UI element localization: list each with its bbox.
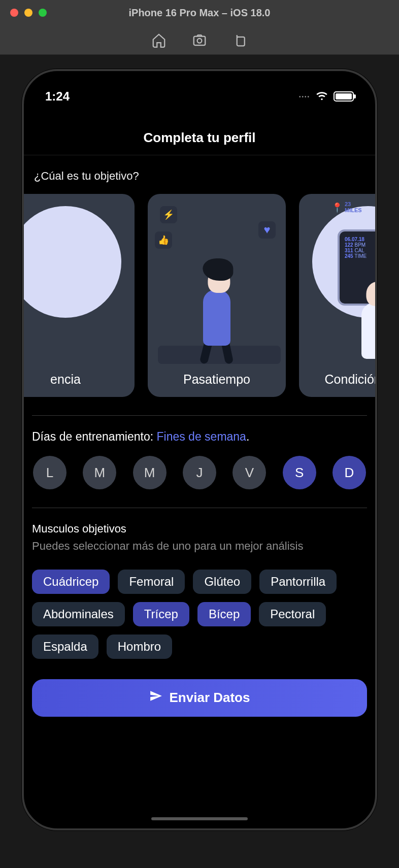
muscle-chip[interactable]: Cuádricep [32, 570, 110, 594]
device-frame: 1:24 •••• Completa tu perfil ¿Cúal es tu… [22, 69, 377, 830]
wifi-icon [315, 89, 328, 104]
day-toggle[interactable]: S [283, 456, 316, 489]
paper-plane-icon [149, 689, 162, 706]
day-toggle[interactable]: D [332, 456, 366, 489]
bolt-icon: ⚡ [160, 206, 177, 223]
goal-card[interactable]: encia [24, 194, 135, 397]
muscle-chip[interactable]: Pantorrilla [259, 570, 337, 594]
thumbs-up-icon: 👍 [155, 231, 172, 249]
heart-icon: ♥ [258, 221, 276, 239]
screenshot-icon[interactable] [192, 32, 207, 48]
goal-label: Pasatiempo [183, 364, 250, 397]
simulator-toolbar [0, 25, 399, 55]
simulator-titlebar: iPhone 16 Pro Max – iOS 18.0 [0, 0, 399, 25]
goal-label: Condición Físic [325, 364, 375, 397]
home-indicator[interactable] [151, 817, 248, 820]
location-pin-icon: 📍 [331, 202, 343, 213]
training-days-label: Días de entrenamiento: Fines de semana. [32, 430, 367, 444]
goal-illustration: ⚡ 👍 ♥ [148, 194, 286, 364]
cellular-icon: •••• [299, 94, 310, 99]
muscles-subtitle: Puedes seleccionar más de uno para un me… [32, 539, 367, 554]
day-toggle[interactable]: M [133, 456, 167, 489]
goal-card[interactable]: ⚡ 👍 ♥ Pasatiempo [148, 194, 286, 397]
day-toggle[interactable]: J [183, 456, 216, 489]
page-title: Completa tu perfil [24, 122, 375, 155]
dynamic-island [151, 82, 248, 106]
day-toggle[interactable]: L [33, 456, 66, 489]
divider [32, 508, 367, 508]
goal-label: encia [50, 364, 81, 397]
muscle-chip[interactable]: Trícep [133, 602, 189, 626]
muscle-chip[interactable]: Femoral [118, 570, 185, 594]
day-toggle[interactable]: V [232, 456, 266, 489]
goal-cards-row[interactable]: encia ⚡ 👍 ♥ [24, 194, 367, 397]
side-button [22, 294, 23, 350]
fullscreen-window-button[interactable] [39, 9, 47, 17]
status-time: 1:24 [45, 89, 70, 104]
day-toggle[interactable]: M [83, 456, 116, 489]
submit-button[interactable]: Enviar Datos [32, 679, 367, 717]
goal-illustration [24, 194, 135, 364]
goal-question: ¿Cúal es tu objetivo? [32, 170, 367, 183]
training-days-value: Fines de semana [156, 430, 246, 443]
muscles-title: Musculos objetivos [32, 522, 367, 536]
muscle-chips: CuádricepFemoralGlúteoPantorrillaAbdomin… [32, 570, 367, 659]
rotate-icon[interactable] [232, 32, 248, 48]
muscle-chip[interactable]: Abdominales [32, 602, 125, 626]
goal-illustration: 📍 23MILES 06.07.18 122 BPM 311 CAL 245 T… [299, 194, 375, 364]
divider [32, 415, 367, 416]
svg-rect-0 [194, 36, 206, 45]
days-row: LMMJVSD [32, 456, 367, 489]
submit-label: Enviar Datos [170, 690, 250, 706]
muscle-chip[interactable]: Espalda [32, 635, 98, 659]
muscle-chip[interactable]: Hombro [107, 635, 172, 659]
muscle-chip[interactable]: Pectoral [259, 602, 326, 626]
muscle-chip[interactable]: Bícep [197, 602, 251, 626]
svg-rect-2 [237, 37, 245, 46]
simulator-title: iPhone 16 Pro Max – iOS 18.0 [128, 7, 270, 19]
battery-icon [334, 91, 354, 102]
window-traffic-lights [10, 9, 47, 17]
side-button [22, 360, 23, 416]
side-button [22, 249, 23, 279]
minimize-window-button[interactable] [24, 9, 32, 17]
muscle-chip[interactable]: Glúteo [193, 570, 251, 594]
svg-point-1 [197, 38, 202, 43]
close-window-button[interactable] [10, 9, 18, 17]
home-icon[interactable] [151, 32, 167, 48]
app-screen: Completa tu perfil ¿Cúal es tu objetivo?… [24, 71, 375, 828]
goal-card[interactable]: 📍 23MILES 06.07.18 122 BPM 311 CAL 245 T… [299, 194, 375, 397]
